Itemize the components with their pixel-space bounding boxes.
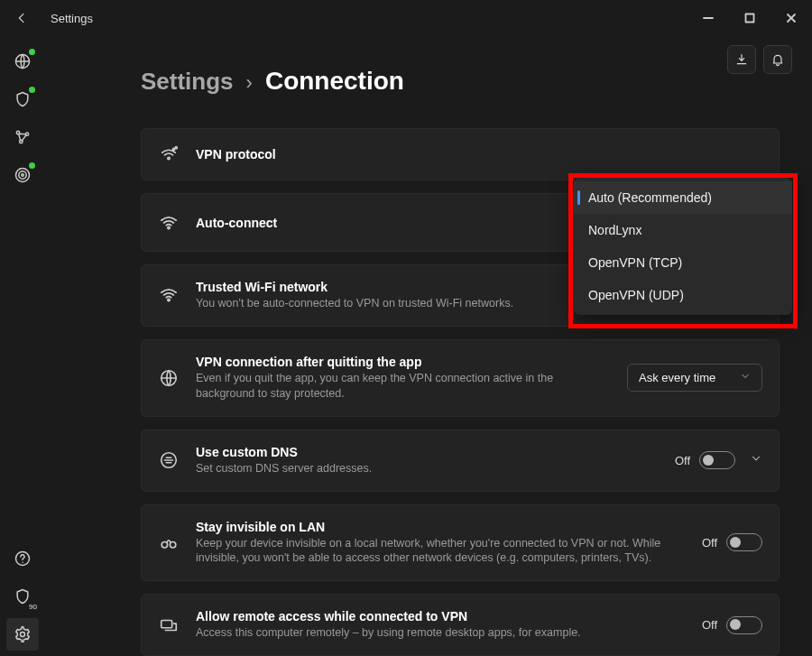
svg-point-14 — [168, 300, 170, 301]
minimize-button[interactable] — [687, 0, 729, 36]
row-title: Stay invisible on LAN — [196, 520, 686, 534]
sidebar: 90 — [0, 36, 45, 656]
row-custom-dns: Use custom DNS Set custom DNS server add… — [141, 430, 780, 492]
chevron-down-icon[interactable] — [750, 452, 762, 468]
svg-point-13 — [168, 226, 170, 228]
remote-toggle[interactable] — [726, 616, 762, 634]
svg-point-12 — [175, 147, 177, 149]
lan-icon — [158, 532, 180, 552]
svg-point-5 — [16, 169, 30, 182]
row-title: Use custom DNS — [196, 445, 659, 459]
settings-icon[interactable] — [6, 618, 39, 651]
breadcrumb-root[interactable]: Settings — [141, 68, 234, 96]
shield-badge-icon[interactable]: 90 — [6, 580, 39, 613]
main-panel: Settings › Connection VPN protocol Auto-… — [45, 36, 812, 656]
row-desc: Even if you quit the app, you can keep t… — [196, 371, 611, 402]
toggle-label: Off — [702, 536, 717, 550]
row-desc: Access this computer remotely – by using… — [196, 625, 686, 641]
bell-button[interactable] — [763, 45, 792, 74]
svg-rect-19 — [161, 620, 172, 627]
wifi-outline-icon — [158, 285, 180, 305]
toggle-label: Off — [702, 618, 717, 632]
row-desc: Set custom DNS server addresses. — [196, 461, 659, 476]
window-title: Settings — [51, 12, 93, 25]
dns-toggle[interactable] — [699, 451, 735, 469]
row-desc: Keep your device invisible on a local ne… — [196, 536, 686, 567]
svg-point-7 — [22, 174, 24, 177]
shield-badge-count: 90 — [29, 603, 37, 611]
row-title: Allow remote access while connected to V… — [196, 609, 686, 624]
close-button[interactable] — [770, 0, 812, 36]
chevron-right-icon: › — [246, 71, 253, 95]
afterquit-value: Ask every time — [639, 371, 715, 384]
globe-icon[interactable] — [6, 45, 39, 78]
download-button[interactable] — [727, 45, 756, 74]
row-title: VPN connection after quitting the app — [196, 355, 611, 369]
titlebar: Settings — [0, 0, 812, 36]
radar-icon[interactable] — [6, 159, 39, 191]
maximize-button[interactable] — [729, 0, 770, 36]
row-remote-access: Allow remote access while connected to V… — [141, 594, 780, 656]
globe-outline-icon — [158, 368, 180, 388]
breadcrumb-current: Connection — [265, 67, 404, 96]
protocol-option-nordlynx[interactable]: NordLynx — [574, 214, 792, 246]
row-invisible-lan: Stay invisible on LAN Keep your device i… — [141, 504, 780, 582]
breadcrumb: Settings › Connection — [72, 67, 785, 96]
protocol-option-openvpn-udp[interactable]: OpenVPN (UDP) — [574, 279, 792, 311]
protocol-dropdown-menu: Auto (Recommended) NordLynx OpenVPN (TCP… — [574, 178, 792, 315]
toggle-label: Off — [675, 454, 690, 467]
mesh-icon[interactable] — [6, 121, 39, 153]
svg-point-10 — [168, 157, 170, 159]
protocol-option-auto[interactable]: Auto (Recommended) — [574, 181, 792, 214]
back-button[interactable] — [7, 4, 36, 32]
row-after-quit: VPN connection after quitting the app Ev… — [141, 339, 780, 417]
afterquit-dropdown[interactable]: Ask every time — [627, 364, 762, 392]
remote-icon — [158, 615, 180, 635]
protocol-option-openvpn-tcp[interactable]: OpenVPN (TCP) — [574, 246, 792, 279]
svg-rect-0 — [746, 14, 754, 23]
dns-icon — [158, 450, 180, 470]
help-icon[interactable] — [6, 542, 39, 575]
row-vpn-protocol[interactable]: VPN protocol — [141, 128, 780, 180]
shield-icon[interactable] — [6, 83, 39, 115]
svg-point-9 — [21, 633, 25, 637]
wifi-settings-icon — [158, 144, 180, 164]
wifi-icon — [158, 213, 180, 233]
svg-point-6 — [19, 171, 26, 179]
chevron-down-icon — [740, 371, 751, 384]
svg-point-11 — [172, 148, 174, 150]
lan-toggle[interactable] — [726, 533, 762, 551]
row-title: VPN protocol — [196, 147, 762, 162]
